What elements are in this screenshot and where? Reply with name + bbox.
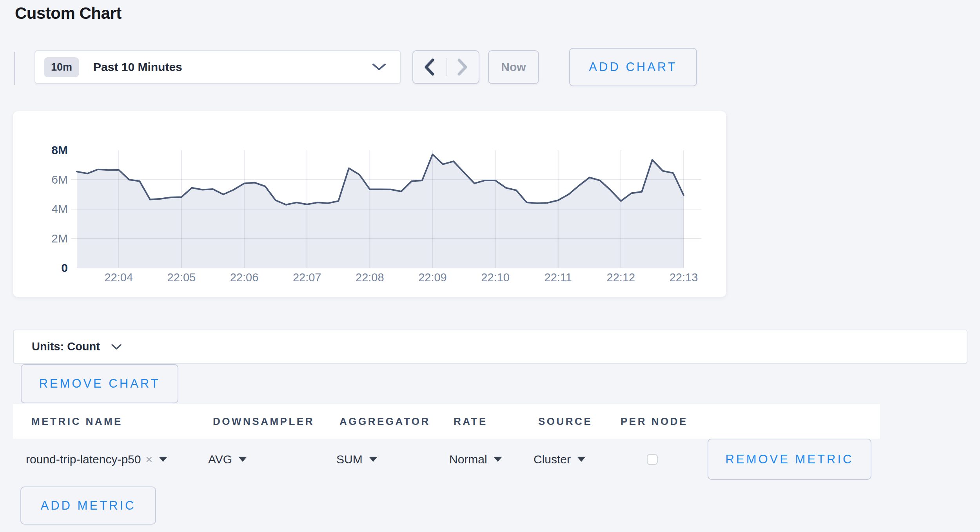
y-tick-label: 6M	[51, 173, 68, 186]
custom-chart-page: Custom Chart 10m Past 10 Minutes Now ADD…	[0, 0, 980, 532]
column-header-rate: RATE	[454, 404, 488, 439]
per-node-checkbox[interactable]	[647, 454, 658, 465]
x-tick-label: 22:08	[356, 271, 384, 284]
x-tick-label: 22:13	[670, 271, 698, 284]
x-tick-label: 22:07	[293, 271, 321, 284]
time-window-select[interactable]: 10m Past 10 Minutes	[34, 50, 401, 84]
metric-name-value: round-trip-latency-p50	[26, 453, 141, 466]
chevron-right-icon	[456, 58, 469, 76]
caret-down-icon	[369, 457, 377, 462]
x-tick-label: 22:11	[544, 271, 572, 284]
page-title: Custom Chart	[15, 4, 122, 23]
downsampler-select[interactable]: AVG	[208, 453, 247, 466]
area-fill	[77, 155, 684, 268]
time-window-badge: 10m	[44, 57, 79, 77]
close-icon[interactable]: ×	[145, 453, 152, 466]
time-step-group	[412, 50, 479, 84]
chevron-down-icon	[372, 63, 386, 71]
next-time-button[interactable]	[446, 58, 479, 76]
x-tick-label: 22:10	[481, 271, 510, 284]
column-header-per-node: PER NODE	[621, 404, 688, 439]
x-tick-label: 22:05	[167, 271, 196, 284]
chevron-left-icon	[423, 58, 436, 76]
caret-down-icon	[494, 457, 502, 462]
chevron-down-icon	[111, 343, 122, 350]
caret-down-icon	[577, 457, 586, 462]
x-tick-label: 22:12	[607, 271, 635, 284]
aggregator-value: SUM	[336, 453, 363, 466]
time-window-label: Past 10 Minutes	[93, 60, 182, 74]
column-header-aggregator: AGGREGATOR	[339, 404, 430, 439]
column-header-downsampler: DOWNSAMPLER	[213, 404, 314, 439]
rate-select[interactable]: Normal	[449, 453, 502, 466]
downsampler-value: AVG	[208, 453, 232, 466]
x-tick-label: 22:04	[104, 271, 133, 284]
metrics-table-header: METRIC NAME DOWNSAMPLER AGGREGATOR RATE …	[13, 404, 880, 439]
caret-down-icon	[238, 457, 247, 462]
source-select[interactable]: Cluster	[534, 453, 586, 466]
remove-chart-button[interactable]: REMOVE CHART	[21, 364, 178, 403]
caret-down-icon	[159, 457, 167, 462]
now-button[interactable]: Now	[488, 50, 539, 84]
remove-metric-button[interactable]: REMOVE METRIC	[708, 439, 871, 480]
source-value: Cluster	[534, 453, 571, 466]
prev-time-button[interactable]	[413, 58, 446, 76]
rate-value: Normal	[449, 453, 487, 466]
x-tick-label: 22:09	[418, 271, 447, 284]
y-tick-label: 0	[61, 261, 68, 274]
units-dropdown[interactable]: Units: Count	[13, 330, 967, 364]
metric-name-select[interactable]: round-trip-latency-p50 ×	[26, 453, 167, 466]
y-tick-label: 8M	[51, 144, 68, 157]
aggregator-select[interactable]: SUM	[336, 453, 377, 466]
add-metric-button[interactable]: ADD METRIC	[20, 486, 156, 525]
toolbar-left-rule	[14, 52, 15, 85]
chart-card: 8M6M4M2M022:0422:0522:0622:0722:0822:092…	[13, 111, 727, 297]
add-chart-button[interactable]: ADD CHART	[569, 48, 697, 86]
column-header-source: SOURCE	[538, 404, 592, 439]
y-tick-label: 4M	[51, 202, 68, 215]
y-tick-label: 2M	[51, 232, 68, 245]
column-header-metric-name: METRIC NAME	[31, 404, 123, 439]
x-tick-label: 22:06	[230, 271, 259, 284]
units-dropdown-label: Units: Count	[32, 340, 100, 353]
timeseries-chart: 8M6M4M2M022:0422:0522:0622:0722:0822:092…	[13, 111, 726, 297]
